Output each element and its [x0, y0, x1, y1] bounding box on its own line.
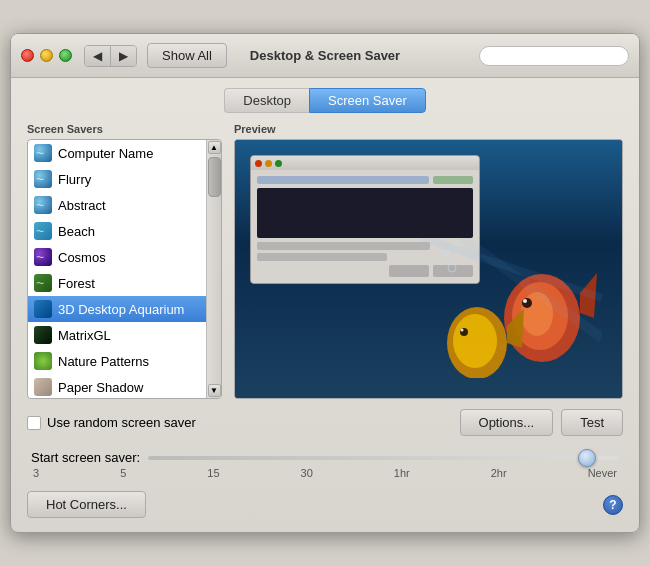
icon-abstract [34, 196, 52, 214]
tick-15: 15 [207, 467, 219, 479]
svg-point-9 [461, 329, 464, 332]
start-label: Start screen saver: [31, 450, 140, 465]
tick-labels: 3 5 15 30 1hr 2hr Never [31, 467, 619, 479]
svg-point-11 [448, 264, 456, 272]
icon-computer-name [34, 144, 52, 162]
test-button[interactable]: Test [561, 409, 623, 436]
bottom-buttons: Hot Corners... ? [27, 491, 623, 518]
left-panel: Screen Savers Computer Name Flurry [27, 123, 222, 399]
random-label: Use random screen saver [47, 415, 196, 430]
tick-3: 3 [33, 467, 39, 479]
random-checkbox[interactable] [27, 416, 41, 430]
main-area: Screen Savers Computer Name Flurry [27, 123, 623, 399]
titlebar: ◀ ▶ Show All Desktop & Screen Saver ⌕ [11, 34, 639, 78]
icon-matrixgl [34, 326, 52, 344]
list-item-selected[interactable]: 3D Desktop Aquarium [28, 296, 206, 322]
list-item-label: 3D Desktop Aquarium [58, 302, 200, 317]
back-button[interactable]: ◀ [85, 46, 111, 66]
screen-saver-list: Computer Name Flurry Abstract Beach [27, 139, 222, 399]
list-item-label: MatrixGL [58, 328, 200, 343]
list-item-label: Computer Name [58, 146, 200, 161]
overlay-preview-box [257, 188, 473, 238]
list-item[interactable]: Computer Name [28, 140, 206, 166]
overlay-titlebar [251, 156, 479, 170]
preview-label: Preview [234, 123, 623, 135]
list-items: Computer Name Flurry Abstract Beach [28, 140, 206, 398]
list-item[interactable]: Forest [28, 270, 206, 296]
list-item-label: Forest [58, 276, 200, 291]
scrollbar-thumb[interactable] [208, 157, 221, 197]
overlay-minimize [265, 160, 272, 167]
icon-flurry [34, 170, 52, 188]
tick-5: 5 [120, 467, 126, 479]
list-item-label: Flurry [58, 172, 200, 187]
list-item[interactable]: Nature Patterns [28, 348, 206, 374]
fish-preview [422, 238, 602, 378]
svg-point-3 [522, 298, 532, 308]
scrollbar-down-button[interactable]: ▼ [208, 384, 221, 397]
list-item[interactable]: Paper Shadow [28, 374, 206, 398]
svg-point-4 [523, 299, 527, 303]
panel-label-screen-savers: Screen Savers [27, 123, 222, 135]
scrollbar[interactable]: ▲ ▼ [206, 140, 221, 398]
icon-cosmos [34, 248, 52, 266]
list-item[interactable]: Cosmos [28, 244, 206, 270]
overlay-maximize [275, 160, 282, 167]
nav-buttons: ◀ ▶ [84, 45, 137, 67]
icon-paper-shadow [34, 378, 52, 396]
list-item-label: Paper Shadow [58, 380, 200, 395]
search-wrapper: ⌕ [479, 46, 629, 66]
slider-section: Start screen saver: 3 5 15 30 1hr 2hr Ne… [27, 450, 623, 479]
window-title: Desktop & Screen Saver [250, 48, 400, 63]
tab-screen-saver[interactable]: Screen Saver [309, 88, 426, 113]
list-item[interactable]: Beach [28, 218, 206, 244]
tick-1hr: 1hr [394, 467, 410, 479]
icon-forest [34, 274, 52, 292]
search-input[interactable] [479, 46, 629, 66]
tick-2hr: 2hr [491, 467, 507, 479]
bottom-controls-row: Use random screen saver Options... Test [27, 409, 623, 436]
icon-nature-patterns [34, 352, 52, 370]
preview-background [235, 140, 622, 398]
options-button[interactable]: Options... [460, 409, 554, 436]
start-slider[interactable] [148, 456, 619, 460]
list-item-label: Nature Patterns [58, 354, 200, 369]
main-window: ◀ ▶ Show All Desktop & Screen Saver ⌕ De… [10, 33, 640, 533]
random-checkbox-label[interactable]: Use random screen saver [27, 415, 196, 430]
svg-point-7 [453, 314, 497, 368]
hot-corners-button[interactable]: Hot Corners... [27, 491, 146, 518]
icon-aquarium [34, 300, 52, 318]
list-item[interactable]: Abstract [28, 192, 206, 218]
show-all-button[interactable]: Show All [147, 43, 227, 68]
overlay-close [255, 160, 262, 167]
maximize-button[interactable] [59, 49, 72, 62]
list-item[interactable]: MatrixGL [28, 322, 206, 348]
tab-desktop[interactable]: Desktop [224, 88, 309, 113]
close-button[interactable] [21, 49, 34, 62]
tabs-row: Desktop Screen Saver [27, 88, 623, 113]
list-item[interactable]: Flurry [28, 166, 206, 192]
minimize-button[interactable] [40, 49, 53, 62]
forward-button[interactable]: ▶ [111, 46, 136, 66]
list-item-label: Cosmos [58, 250, 200, 265]
tick-never: Never [588, 467, 617, 479]
content-area: Desktop Screen Saver Screen Savers Compu… [11, 78, 639, 532]
scrollbar-up-button[interactable]: ▲ [208, 141, 221, 154]
icon-beach [34, 222, 52, 240]
slider-wrapper: Start screen saver: [31, 450, 619, 465]
svg-point-13 [455, 241, 459, 245]
list-item-label: Abstract [58, 198, 200, 213]
list-item-label: Beach [58, 224, 200, 239]
traffic-lights [21, 49, 72, 62]
help-button[interactable]: ? [603, 495, 623, 515]
right-panel: Preview [234, 123, 623, 399]
tick-30: 30 [301, 467, 313, 479]
preview-area [234, 139, 623, 399]
